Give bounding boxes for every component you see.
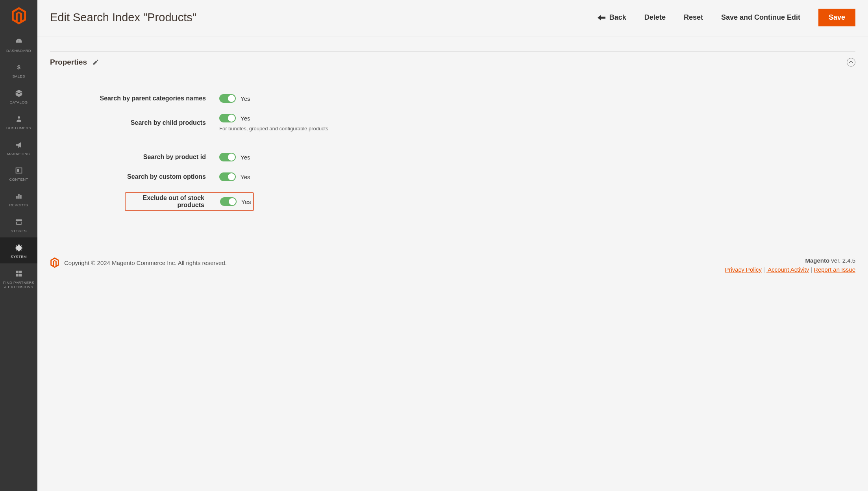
account-activity-link[interactable]: Account Activity bbox=[766, 266, 809, 273]
field-label: Exclude out of stock products bbox=[126, 195, 218, 209]
toggle-value: Yes bbox=[241, 198, 251, 205]
sidebar-label: DASHBOARD bbox=[6, 48, 31, 53]
field-label: Search by custom options bbox=[50, 173, 219, 180]
cube-icon bbox=[14, 88, 24, 98]
sidebar-label: SYSTEM bbox=[11, 254, 27, 259]
sidebar-label: FIND PARTNERS & EXTENSIONS bbox=[2, 280, 36, 289]
back-button[interactable]: Back bbox=[598, 13, 626, 22]
svg-rect-5 bbox=[18, 194, 19, 199]
sidebar-item-dashboard[interactable]: DASHBOARD bbox=[0, 31, 37, 57]
svg-text:$: $ bbox=[17, 64, 20, 70]
sidebar-item-catalog[interactable]: CATALOG bbox=[0, 83, 37, 109]
separator: | bbox=[809, 266, 814, 273]
svg-rect-10 bbox=[19, 274, 21, 276]
field-label: Search by parent categories names bbox=[50, 95, 219, 102]
svg-rect-4 bbox=[16, 196, 17, 199]
arrow-left-icon bbox=[598, 15, 605, 21]
sidebar: DASHBOARD $ SALES CATALOG CUSTOMERS MARK… bbox=[0, 0, 37, 491]
sidebar-label: REPORTS bbox=[9, 203, 28, 207]
footer: Copyright © 2024 Magento Commerce Inc. A… bbox=[37, 244, 868, 281]
store-icon bbox=[14, 217, 24, 227]
field-search-custom-options: Search by custom options Yes bbox=[50, 167, 855, 187]
copyright: Copyright © 2024 Magento Commerce Inc. A… bbox=[64, 259, 227, 266]
brand-name: Magento bbox=[805, 257, 829, 264]
page-title: Edit Search Index "Products" bbox=[50, 11, 598, 24]
field-search-child-products: Search by child products Yes For bundles… bbox=[50, 108, 855, 137]
toggle-child-products[interactable] bbox=[219, 114, 236, 122]
magento-icon bbox=[50, 257, 59, 268]
field-search-product-id: Search by product id Yes bbox=[50, 137, 855, 167]
section-title: Properties bbox=[50, 58, 87, 67]
sidebar-label: CATALOG bbox=[9, 100, 28, 104]
version: Magento ver. 2.4.5 bbox=[725, 257, 855, 264]
fields: Search by parent categories names Yes Se… bbox=[50, 67, 855, 234]
toggle-value: Yes bbox=[241, 174, 250, 180]
highlight-box: Exclude out of stock products Yes bbox=[125, 192, 254, 211]
partners-icon bbox=[14, 269, 24, 279]
bar-chart-icon bbox=[14, 191, 24, 201]
person-icon bbox=[14, 114, 24, 124]
megaphone-icon bbox=[14, 140, 24, 150]
gear-icon bbox=[14, 243, 24, 253]
sidebar-item-partners[interactable]: FIND PARTNERS & EXTENSIONS bbox=[0, 263, 37, 294]
layout-icon bbox=[14, 165, 24, 176]
svg-rect-7 bbox=[16, 271, 18, 273]
sidebar-item-reports[interactable]: REPORTS bbox=[0, 186, 37, 211]
dollar-icon: $ bbox=[14, 62, 24, 72]
toggle-value: Yes bbox=[241, 115, 250, 122]
sidebar-label: STORES bbox=[11, 229, 27, 233]
sidebar-item-stores[interactable]: STORES bbox=[0, 212, 37, 237]
toggle-exclude-oos[interactable] bbox=[220, 197, 237, 206]
version-number: ver. 2.4.5 bbox=[829, 257, 855, 264]
toggle-parent-categories[interactable] bbox=[219, 94, 236, 103]
field-exclude-out-of-stock: Exclude out of stock products Yes bbox=[50, 187, 855, 217]
svg-rect-8 bbox=[19, 271, 21, 273]
field-label: Search by child products bbox=[50, 119, 219, 126]
page-header: Edit Search Index "Products" Back Delete… bbox=[37, 0, 868, 37]
svg-point-1 bbox=[18, 116, 20, 119]
pencil-icon[interactable] bbox=[93, 59, 99, 65]
sidebar-label: CONTENT bbox=[9, 177, 28, 182]
dashboard-icon bbox=[14, 37, 24, 47]
logo[interactable] bbox=[11, 0, 27, 31]
svg-rect-3 bbox=[17, 169, 19, 172]
sidebar-item-marketing[interactable]: MARKETING bbox=[0, 135, 37, 160]
sidebar-item-customers[interactable]: CUSTOMERS bbox=[0, 109, 37, 134]
section-header: Properties bbox=[50, 51, 855, 67]
reset-button[interactable]: Reset bbox=[684, 13, 703, 22]
header-actions: Back Delete Reset Save and Continue Edit… bbox=[598, 9, 855, 26]
sidebar-item-sales[interactable]: $ SALES bbox=[0, 57, 37, 83]
sidebar-label: SALES bbox=[12, 74, 25, 78]
chevron-up-icon bbox=[849, 61, 853, 63]
toggle-value: Yes bbox=[241, 154, 250, 161]
content: Properties Search by parent categories n… bbox=[37, 37, 868, 244]
report-issue-link[interactable]: Report an Issue bbox=[814, 266, 855, 273]
back-label: Back bbox=[609, 13, 626, 22]
main: Edit Search Index "Products" Back Delete… bbox=[37, 0, 868, 491]
separator: | bbox=[762, 266, 766, 273]
sidebar-label: CUSTOMERS bbox=[6, 126, 31, 130]
svg-rect-9 bbox=[16, 274, 18, 276]
save-continue-button[interactable]: Save and Continue Edit bbox=[721, 13, 800, 22]
toggle-custom-options[interactable] bbox=[219, 172, 236, 181]
sidebar-item-content[interactable]: CONTENT bbox=[0, 160, 37, 186]
toggle-value: Yes bbox=[241, 95, 250, 102]
help-text: For bundles, grouped and configurable pr… bbox=[219, 126, 328, 132]
sidebar-label: MARKETING bbox=[7, 152, 30, 156]
svg-rect-6 bbox=[20, 195, 21, 199]
field-search-parent-categories: Search by parent categories names Yes bbox=[50, 89, 855, 108]
sidebar-item-system[interactable]: SYSTEM bbox=[0, 237, 37, 263]
toggle-product-id[interactable] bbox=[219, 153, 236, 161]
save-button[interactable]: Save bbox=[818, 9, 855, 26]
collapse-toggle[interactable] bbox=[847, 58, 855, 67]
privacy-link[interactable]: Privacy Policy bbox=[725, 266, 762, 273]
field-label: Search by product id bbox=[50, 154, 219, 161]
delete-button[interactable]: Delete bbox=[644, 13, 666, 22]
